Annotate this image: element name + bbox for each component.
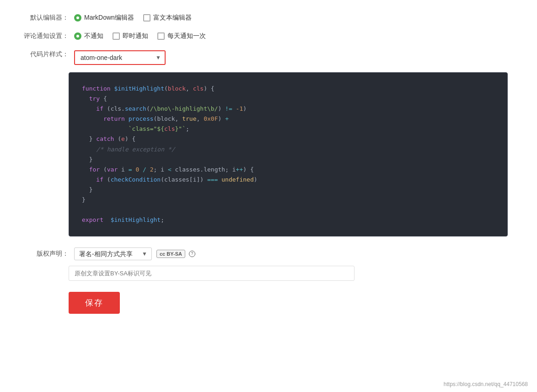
save-button[interactable]: 保存: [69, 292, 120, 314]
notify-none-label: 不通知: [84, 32, 103, 40]
save-row: 保存: [69, 292, 519, 314]
code-style-label: 代码片样式：: [18, 50, 69, 59]
markdown-editor-label: MarkDown编辑器: [84, 14, 134, 22]
comment-notify-label: 评论通知设置：: [18, 32, 69, 40]
copyright-note-row: [69, 266, 519, 281]
markdown-editor-option[interactable]: MarkDown编辑器: [74, 14, 134, 22]
richtext-checkbox: [143, 14, 150, 21]
code-line-2: try {: [82, 94, 494, 104]
code-style-select[interactable]: atom-one-dark github monokai solarized-d…: [74, 50, 166, 65]
code-line-4: return process(block, true, 0x0F) +: [82, 114, 494, 124]
code-line-3: if (cls.search(/\bno\-highlight\b/) != -…: [82, 104, 494, 114]
code-line-10: if (checkCondition(classes[i]) === undef…: [82, 175, 494, 185]
code-line-8: }: [82, 155, 494, 165]
comment-notify-options: 不通知 即时通知 每天通知一次: [74, 32, 206, 40]
richtext-editor-label: 富文本编辑器: [153, 14, 192, 22]
comment-notify-row: 评论通知设置： 不通知 即时通知 每天通知一次: [18, 32, 519, 40]
notify-daily-label: 每天通知一次: [167, 32, 206, 40]
code-line-11: }: [82, 185, 494, 195]
notify-none-dot: [74, 32, 81, 40]
copyright-select-wrapper: 署名-相同方式共享 署名 署名-非商业性使用 保留所有权利 ▼: [74, 247, 152, 260]
cc-badge: cc BY-SA: [156, 250, 185, 258]
code-line-7: /* handle exception */: [82, 145, 494, 155]
code-line-14: export $initHighlight;: [82, 215, 494, 225]
notify-daily-option[interactable]: 每天通知一次: [157, 32, 206, 40]
notify-instant-checkbox: [113, 32, 120, 40]
copyright-note-input[interactable]: [69, 266, 354, 281]
code-style-select-wrapper: atom-one-dark github monokai solarized-d…: [74, 50, 166, 65]
richtext-editor-option[interactable]: 富文本编辑器: [143, 14, 192, 22]
code-style-row: 代码片样式： atom-one-dark github monokai sola…: [18, 50, 519, 65]
help-icon[interactable]: ?: [189, 251, 195, 257]
default-editor-label: 默认编辑器：: [18, 14, 69, 22]
copyright-label: 版权声明：: [18, 250, 69, 258]
notify-daily-checkbox: [157, 32, 165, 40]
markdown-radio-dot: [74, 14, 81, 21]
notify-instant-label: 即时通知: [123, 32, 148, 40]
code-line-1: function $initHighlight(block, cls) {: [82, 84, 494, 94]
code-line-9: for (var i = 0 / 2; i < classes.length; …: [82, 165, 494, 175]
notify-instant-option[interactable]: 即时通知: [113, 32, 148, 40]
code-line-6: } catch (e) {: [82, 134, 494, 144]
code-line-13: [82, 205, 494, 215]
code-preview-block: function $initHighlight(block, cls) { tr…: [69, 72, 508, 236]
copyright-row: 版权声明： 署名-相同方式共享 署名 署名-非商业性使用 保留所有权利 ▼ cc…: [18, 247, 519, 260]
code-line-12: }: [82, 195, 494, 205]
default-editor-options: MarkDown编辑器 富文本编辑器: [74, 14, 192, 22]
default-editor-row: 默认编辑器： MarkDown编辑器 富文本编辑器: [18, 14, 519, 22]
copyright-select[interactable]: 署名-相同方式共享 署名 署名-非商业性使用 保留所有权利: [74, 247, 152, 260]
code-line-5: `class="${cls}"`;: [82, 124, 494, 134]
notify-none-option[interactable]: 不通知: [74, 32, 103, 40]
